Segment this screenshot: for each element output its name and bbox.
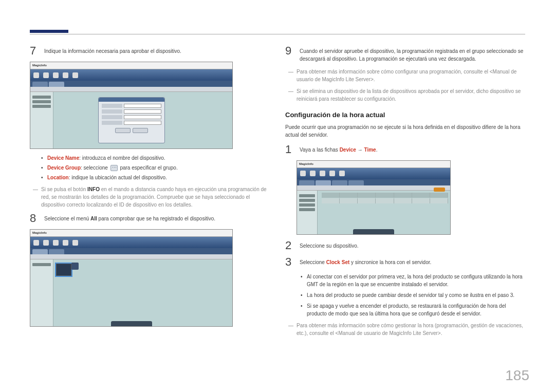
app-body	[30, 259, 232, 326]
text: y sincronice la hora con el servidor.	[349, 259, 431, 265]
toolbar-icon	[72, 240, 78, 246]
th	[394, 193, 412, 198]
step-text: Vaya a las fichas Device → Time.	[300, 144, 377, 155]
tab	[299, 180, 314, 185]
sub-toolbar	[30, 87, 232, 92]
bullet-text: : seleccione	[81, 165, 109, 171]
term-device-group: Device Group	[47, 165, 81, 171]
term-device-name: Device Name	[47, 155, 79, 161]
step-number: 2	[285, 240, 293, 251]
sidebar-item	[299, 203, 315, 207]
sidebar	[30, 92, 53, 148]
step-number: 3	[285, 256, 293, 268]
screenshot-approve-device: MagicInfo	[30, 62, 233, 149]
section-heading: Configuración de la hora actual	[285, 110, 525, 120]
bullet-text: para especificar el grupo.	[119, 165, 178, 171]
step-text: Seleccione su dispositivo.	[300, 240, 359, 251]
step-number: 9	[285, 45, 293, 63]
toolbar-icon	[329, 171, 335, 176]
th	[430, 193, 448, 198]
dialog-titlebar	[99, 98, 164, 102]
note-text: Si se pulsa el botón	[41, 186, 87, 192]
field-input	[124, 115, 161, 119]
device-thumbnails	[56, 264, 71, 276]
header-accent-bar	[30, 30, 68, 33]
th	[322, 193, 340, 198]
toolbar-icon	[63, 72, 68, 78]
field-input	[124, 109, 161, 114]
footer-pager	[353, 229, 394, 234]
toolbar-icon	[300, 171, 306, 176]
td	[322, 198, 340, 203]
text: Seleccione	[300, 259, 326, 265]
tab	[32, 82, 48, 87]
step-number: 7	[30, 45, 38, 57]
tab	[316, 180, 331, 185]
step-3: 3 Seleccione Clock Set y sincronice la h…	[285, 256, 525, 268]
sidebar	[297, 191, 318, 234]
text: Seleccione el menú	[44, 216, 90, 221]
step-1: 1 Vaya a las fichas Device → Time.	[285, 144, 525, 155]
field-label	[102, 104, 122, 108]
toolbar-icon	[33, 72, 39, 78]
app-body	[297, 191, 450, 234]
app-titlebar: MagicInfo	[30, 230, 232, 237]
note: Si se pulsa el botón INFO en el mando a …	[35, 185, 270, 209]
sidebar	[30, 259, 53, 326]
note: Para obtener más información sobre cómo …	[290, 68, 525, 83]
td	[394, 198, 412, 203]
sidebar-item	[32, 96, 51, 99]
td	[358, 198, 376, 203]
app-logo: MagicInfo	[32, 63, 47, 68]
step-7: 7 Indique la información necesaria para …	[30, 45, 270, 57]
term-clock-set: Clock Set	[326, 259, 350, 265]
tab-bar	[297, 179, 450, 185]
step-number: 8	[30, 213, 38, 224]
tab	[348, 180, 364, 185]
toolbar-icon	[43, 240, 49, 246]
step-8: 8 Seleccione el menú All para comprobar …	[30, 213, 270, 224]
term-info: INFO	[87, 186, 100, 192]
sidebar-item	[32, 263, 51, 266]
td	[376, 198, 394, 203]
dialog-cancel-button	[133, 128, 148, 133]
bullet-item: Device Group: seleccione para especifica…	[41, 164, 270, 172]
app-toolbar	[30, 237, 232, 248]
td	[412, 198, 430, 203]
step-9: 9 Cuando el servidor apruebe el disposit…	[285, 45, 525, 63]
action-button	[434, 188, 445, 192]
device-thumbnail	[56, 264, 71, 276]
tab-bar	[30, 248, 232, 254]
sidebar-item	[299, 199, 315, 202]
bullet-item: Al conectar con el servidor por primera …	[301, 273, 525, 288]
bullet-item: Si se apaga y vuelve a encender el produ…	[301, 302, 525, 318]
dialog-ok-button	[115, 128, 131, 133]
term-device: Device	[340, 147, 356, 153]
table-row	[322, 198, 448, 203]
toolbar-icon	[320, 171, 325, 176]
field-input	[124, 121, 161, 125]
ellipsis-button-icon	[110, 165, 118, 171]
app-logo: MagicInfo	[32, 231, 47, 235]
footer-pager	[111, 321, 152, 326]
toolbar-icon	[53, 240, 59, 246]
tab	[332, 180, 347, 185]
step-text: Indique la información necesaria para ap…	[44, 45, 181, 57]
toolbar-icon	[33, 240, 39, 246]
term-all: All	[90, 216, 97, 221]
step-text: Seleccione Clock Set y sincronice la hor…	[300, 256, 431, 268]
toolbar-icon	[63, 240, 68, 246]
field-label	[102, 109, 122, 114]
field-label	[102, 121, 122, 125]
left-column: 7 Indique la información necesaria para …	[30, 45, 270, 379]
screenshot-time-settings: MagicInfo	[297, 160, 451, 235]
app-toolbar	[30, 69, 232, 81]
bullet-item: Device Name: introduzca el nombre del di…	[41, 154, 270, 162]
app-toolbar	[297, 168, 450, 179]
bullet-item: Location: indique la ubicación actual de…	[41, 174, 270, 181]
table-header	[322, 193, 448, 198]
field-input	[124, 104, 161, 108]
bullet-text: : indique la ubicación actual del dispos…	[69, 175, 167, 180]
toolbar-icon	[339, 171, 345, 176]
approve-dialog	[98, 97, 165, 143]
